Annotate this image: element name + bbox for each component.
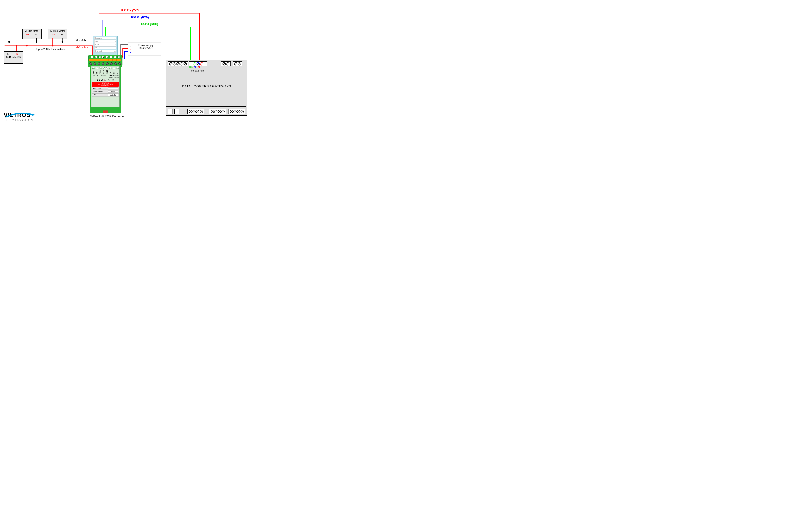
mbus-meter-m-plus: M+ — [52, 33, 55, 36]
wire-meter1-plus — [27, 38, 27, 46]
junction-dot — [16, 45, 17, 47]
mbus-meter-2: M-Bus Meter M+ M- — [48, 29, 67, 39]
model-row: Model code — [92, 87, 119, 90]
date-value: 2015.10 — [108, 94, 118, 96]
circ-num: 5 — [106, 67, 108, 70]
junction-dot — [26, 45, 28, 47]
caution-title: CAUTION — [92, 82, 118, 84]
wire-rs232-rxd-h — [102, 20, 195, 20]
term-rxd: RXD — [103, 70, 105, 74]
terminal-strip — [168, 61, 188, 66]
rs232-terminal-strip — [189, 61, 207, 66]
label-mbus-m-plus: M-Bus M+ — [76, 46, 88, 49]
screw-icon — [98, 62, 100, 65]
date-row: Date 2015.10 — [92, 93, 119, 97]
viltrus-logo: VILTRUS ELECTRONICS — [4, 111, 34, 122]
junction-dot — [8, 41, 10, 43]
cert-icons: CE LT 📖 RoHS — [91, 78, 119, 82]
terminal-strip — [168, 109, 172, 114]
circ-num: 1 — [92, 67, 95, 70]
wire-L-v1 — [124, 51, 125, 59]
mbus-meter-title: M-Bus Meter — [4, 55, 23, 59]
status-rxd: RXD — [95, 44, 98, 46]
label-rs232-gnd: RS232 (GND) — [141, 23, 158, 26]
date-label: Date — [93, 94, 96, 96]
power-N: N — [129, 48, 132, 51]
screw-icon — [106, 62, 109, 65]
terminal-strip — [233, 61, 242, 66]
screw-icon — [114, 62, 117, 65]
term-earth: ⏚ — [110, 70, 111, 74]
junction-dot — [36, 41, 37, 43]
term-num-7: 7 — [114, 56, 116, 58]
wire-rs232-gnd-h — [105, 27, 191, 27]
serial-value: 85205 — [108, 90, 118, 92]
status-offline: Off line — [95, 47, 100, 49]
section-rs232: RS232 — [99, 75, 109, 78]
earth-icon: ⏚ — [129, 44, 131, 47]
model-value — [108, 87, 118, 89]
terminal-strip — [228, 109, 245, 114]
circ-num: 7 — [113, 67, 115, 70]
logo-swoosh-icon — [3, 111, 36, 118]
circ-num: 4 — [103, 67, 105, 70]
term-gnd: GND — [106, 70, 108, 74]
junction-dot — [62, 41, 63, 43]
mbus-meter-m-plus: M+ — [17, 52, 20, 55]
cage-clamp-row — [89, 59, 121, 61]
label-rs232-rxd: RS232- (RXD) — [131, 16, 149, 19]
term-num-5: 5 — [106, 56, 108, 58]
term-txd: TXD — [99, 70, 101, 74]
converter-device: Operating✓ TXD● RXD● Off line● Overload⚠… — [88, 36, 122, 113]
wire-L-h — [124, 51, 128, 52]
term-n: N — [113, 70, 115, 74]
wiring-diagram: RS232+ (TXD) RS232- (RXD) RS232 (GND) M-… — [0, 0, 251, 127]
wire-rs232-txd-h — [99, 13, 200, 13]
screw-icon — [110, 62, 113, 65]
term-num-4: 4 — [102, 56, 105, 58]
status-operating: Operating — [95, 37, 102, 39]
status-txd: TXD — [95, 40, 98, 42]
rs232-gnd-terminal — [193, 62, 196, 65]
label-upto-meters: Up to 250 M-Bus meters — [36, 48, 64, 51]
converter-front-plate: 1 2 3 4 5 6 7 8 M+ M- TXD RXD GND ⏚ N L — [91, 66, 119, 107]
rs232-rd-terminal — [200, 62, 203, 65]
term-num-6: 6 — [110, 56, 112, 58]
mbus-meter-m-minus: M- — [7, 52, 10, 55]
wire-rs232-txd-v2 — [199, 13, 200, 62]
terminal-strip — [174, 109, 179, 114]
caution-label: CAUTION RISK OF ELECTRIC SHOCK DO NOT OP… — [92, 82, 119, 87]
section-power: 90-250VAC~ — [110, 75, 119, 76]
power-supply-text1: Power supply — [132, 44, 159, 47]
terminal-number-row: 1 2 3 4 5 6 7 8 — [90, 56, 120, 58]
wire-N-v1 — [122, 48, 123, 57]
circ-num: 2 — [96, 67, 98, 70]
din-clip-icon — [103, 110, 108, 113]
serial-label: Serial number — [93, 90, 103, 92]
dataloggers-title: DATA LOGGERS / GATEWAYS — [166, 84, 247, 88]
wire-meter3-minus — [9, 42, 9, 52]
mbus-meter-1: M-Bus Meter M+ M- — [22, 29, 41, 39]
mbus-meter-m-plus: M+ — [26, 33, 29, 36]
section-mbus: M-Bus — [92, 75, 99, 78]
wire-mbus-minus-bus — [4, 42, 92, 42]
circ-num: 6 — [110, 67, 112, 70]
status-overload: Overload — [95, 50, 102, 52]
wire-meter3-plus — [16, 46, 17, 52]
power-supply-text2: 90–250VAC — [132, 47, 159, 50]
converter-status-panel: Operating✓ TXD● RXD● Off line● Overload⚠ — [93, 36, 118, 56]
model-label: Model code — [93, 87, 102, 89]
power-L: L — [129, 51, 132, 53]
junction-dot — [52, 45, 53, 47]
term-m-plus: M+ — [93, 70, 94, 74]
wire-rs232-gnd-v2 — [190, 27, 191, 62]
mbus-meter-title: M-Bus Meter — [49, 29, 67, 33]
wire-N-h — [122, 48, 128, 49]
mbus-meter-m-minus: M- — [35, 33, 38, 36]
label-rs232-txd: RS232+ (TXD) — [121, 9, 140, 12]
logo-line2: ELECTRONICS — [4, 118, 34, 122]
wire-rs232-rxd-v2 — [195, 20, 195, 62]
term-num-1: 1 — [91, 56, 93, 58]
circ-num: 8 — [116, 67, 119, 70]
caution-body: RISK OF ELECTRIC SHOCK DO NOT OPEN — [92, 84, 118, 86]
